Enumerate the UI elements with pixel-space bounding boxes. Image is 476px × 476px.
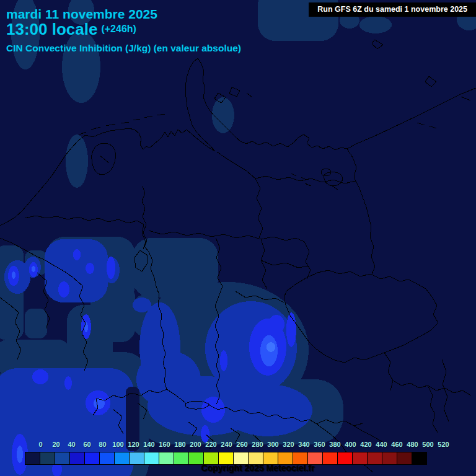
colorbar-tick-label: 280 [250,441,265,450]
colorbar-tick-label: 460 [389,441,405,450]
colorbar-tick-label: 440 [374,441,389,450]
colorbar-tick-label: 340 [296,441,312,450]
colorbar-tick-label: 220 [203,441,219,450]
time-title: 13:00 locale(+246h) [6,20,136,39]
weather-map-page: mardi 11 novembre 2025 13:00 locale(+246… [0,0,476,476]
colorbar-tick-label: 480 [405,441,420,450]
colorbar-tick-label: 320 [281,441,296,450]
colorbar-tick-label: 400 [343,441,358,450]
colorbar-tick-label: 140 [141,441,157,450]
colorbar-tick-label: 80 [95,441,110,450]
run-info-banner: Run GFS 6Z du samedi 1 novembre 2025 [309,2,476,17]
colorbar-tick-label: 100 [110,441,126,450]
colorbar: 0204060801001201401601802002202402602803… [25,441,444,465]
colorbar-labels: 0204060801001201401601802002202402602803… [33,441,452,450]
colorbar-tick-label: 420 [358,441,374,450]
colorbar-tick-label: 380 [327,441,343,450]
colorbar-tick-label: 160 [157,441,172,450]
colorbar-tick-label: 60 [79,441,95,450]
variable-title: CIN Convective Inhibition (J/kg) (en val… [6,43,241,54]
colorbar-tick-label: 300 [265,441,281,450]
local-time-label: 13:00 locale [6,20,97,38]
colorbar-tick-label: 360 [312,441,327,450]
colorbar-tick-label: 120 [126,441,141,450]
colorbar-tick-label: 40 [64,441,79,450]
colorbar-tick-label: 200 [188,441,203,450]
colorbar-tick-label: 260 [234,441,250,450]
colorbar-tick-label: 180 [172,441,188,450]
colorbar-tick-label: 520 [436,441,451,450]
weather-map [0,0,476,476]
colorbar-tick-label: 500 [420,441,436,450]
colorbar-tick-label: 20 [48,441,64,450]
copyright-label: Copyright 2025 Meteociel.fr [10,463,476,473]
forecast-offset-label: (+246h) [101,24,136,34]
colorbar-tick-label: 0 [33,441,48,450]
colorbar-tick-label: 240 [219,441,234,450]
